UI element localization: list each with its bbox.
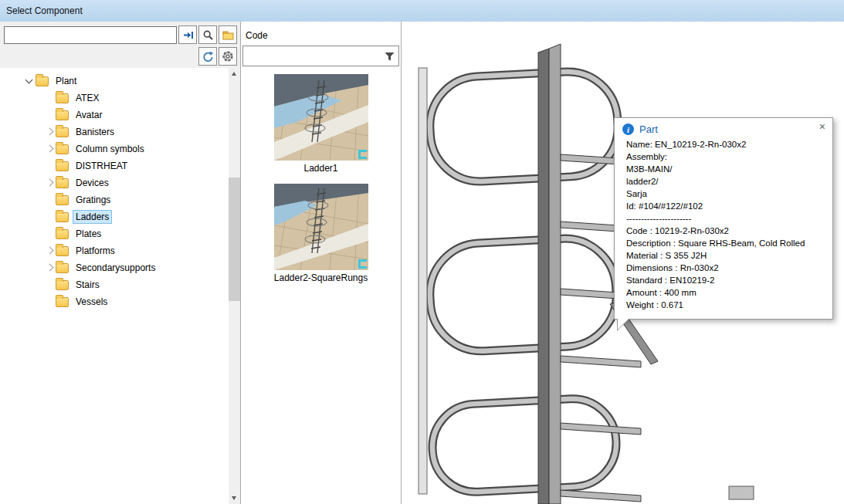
- tree-item-vessels[interactable]: Vessels: [0, 293, 229, 310]
- scrollbar-thumb[interactable]: [229, 178, 240, 301]
- tree-item-label: Plates: [73, 228, 103, 240]
- tree-scrollbar[interactable]: [229, 68, 240, 504]
- tooltip-line: M3B-MAIN/: [626, 163, 828, 175]
- titlebar[interactable]: Select Component: [0, 0, 844, 22]
- folder-icon: [56, 280, 69, 290]
- tree-item-label: Gratings: [73, 194, 113, 206]
- folder-icon: [56, 161, 69, 171]
- tree-item-label: Avatar: [73, 109, 104, 121]
- ladder1-thumbnail[interactable]: [274, 74, 368, 161]
- component-item-label: Ladder2-SquareRungs: [274, 272, 368, 283]
- component-item-ladder1[interactable]: Ladder1: [274, 74, 368, 174]
- component-thumbnail-list: Ladder1: [241, 74, 401, 283]
- tooltip-line: Id: #104/#122/#102: [626, 200, 828, 212]
- ladder2-render: [274, 184, 368, 270]
- folder-icon: [56, 229, 69, 239]
- chevron-spacer: [43, 296, 56, 308]
- tree-item-label: DISTRHEAT: [73, 160, 130, 172]
- folder-icon: [56, 178, 69, 188]
- component-item-label: Ladder1: [274, 163, 368, 174]
- folder-icon: [56, 195, 69, 205]
- tree-item-label: Ladders: [73, 211, 111, 223]
- tree-item-distrheat[interactable]: DISTRHEAT: [0, 157, 229, 174]
- go-button[interactable]: [178, 25, 197, 44]
- gear-icon: [222, 50, 234, 63]
- component-tree-panel: Plant ATEX Avatar Banisters: [0, 22, 241, 504]
- tree-item-ladders[interactable]: Ladders: [0, 208, 229, 225]
- tree-item-secondarysupports[interactable]: Secondarysupports: [0, 259, 229, 276]
- folder-icon: [56, 110, 69, 120]
- folder-icon: [56, 144, 69, 154]
- folder-icon: [56, 212, 69, 222]
- refresh-icon: [202, 51, 214, 63]
- tooltip-line: ladder2/: [626, 175, 828, 188]
- ladder1-render: [274, 74, 368, 161]
- tooltip-line: Standard : EN10219-2: [626, 274, 828, 286]
- search-icon: [202, 29, 214, 41]
- refresh-button[interactable]: [198, 47, 217, 66]
- code-header-label: Code: [241, 22, 401, 46]
- go-arrow-icon: [182, 29, 194, 41]
- tooltip-line: Weight : 0.671: [626, 299, 828, 311]
- component-symbol-icon: [358, 259, 367, 269]
- tree-item-plates[interactable]: Plates: [0, 225, 229, 242]
- open-folder-button[interactable]: [219, 25, 237, 44]
- component-symbol-icon: [358, 150, 367, 159]
- ladder2-thumbnail[interactable]: [274, 184, 368, 270]
- tree-item-plant[interactable]: Plant: [0, 73, 229, 90]
- chevron-spacer: [43, 194, 56, 206]
- tree-item-atex[interactable]: ATEX: [0, 90, 229, 107]
- chevron-right-icon[interactable]: [43, 245, 56, 257]
- chevron-right-icon[interactable]: [43, 262, 56, 274]
- chevron-down-icon[interactable]: [23, 75, 36, 87]
- tree-item-banisters[interactable]: Banisters: [0, 123, 229, 140]
- settings-button[interactable]: [219, 47, 237, 66]
- tree-item-devices[interactable]: Devices: [0, 174, 229, 191]
- tree-item-label: Banisters: [73, 126, 117, 138]
- tooltip-line: Description : Square RHS-Beam, Cold Roll…: [626, 237, 828, 249]
- tooltip-line: Name: EN_10219-2-Rn-030x2: [626, 138, 828, 151]
- tooltip-title: Part: [639, 123, 658, 135]
- tree-item-column-symbols[interactable]: Column symbols: [0, 140, 229, 157]
- chevron-right-icon[interactable]: [43, 126, 56, 138]
- tree-item-label: Devices: [73, 177, 111, 189]
- tooltip-body: Name: EN_10219-2-Rn-030x2 Assembly: M3B-…: [622, 138, 828, 311]
- filter-funnel-icon[interactable]: [382, 49, 396, 63]
- search-button[interactable]: [198, 25, 217, 44]
- chevron-spacer: [43, 228, 56, 240]
- component-item-ladder2[interactable]: Ladder2-SquareRungs: [274, 184, 368, 283]
- code-filter-field[interactable]: [242, 46, 399, 66]
- tree-item-label: Plant: [53, 75, 79, 87]
- tree-item-label: Vessels: [73, 296, 110, 308]
- folder-icon: [56, 127, 69, 137]
- tooltip-line: Assembly:: [626, 151, 828, 163]
- chevron-right-icon[interactable]: [43, 143, 56, 155]
- close-icon[interactable]: ×: [819, 121, 825, 132]
- tooltip-line: Code : 10219-2-Rn-030x2: [626, 225, 828, 237]
- part-tooltip: i Part × Name: EN_10219-2-Rn-030x2 Assem…: [614, 117, 833, 320]
- window-body: Plant ATEX Avatar Banisters: [0, 22, 844, 504]
- refresh-toolbar: [0, 46, 240, 70]
- chevron-spacer: [43, 160, 56, 172]
- tree-item-stairs[interactable]: Stairs: [0, 276, 229, 293]
- tree-item-platforms[interactable]: Platforms: [0, 242, 229, 259]
- search-toolbar: [0, 22, 240, 46]
- tooltip-line: Material : S 355 J2H: [626, 249, 828, 262]
- tooltip-pointer: [618, 319, 629, 330]
- chevron-spacer: [43, 109, 56, 121]
- select-component-window: Select Component: [0, 0, 844, 504]
- tree-item-label: Platforms: [73, 245, 117, 257]
- tree-item-gratings[interactable]: Gratings: [0, 191, 229, 208]
- tree-item-avatar[interactable]: Avatar: [0, 107, 229, 123]
- model-viewport[interactable]: i Part × Name: EN_10219-2-Rn-030x2 Assem…: [402, 22, 844, 504]
- search-input[interactable]: [4, 26, 177, 44]
- tree-item-label: ATEX: [73, 92, 101, 104]
- scroll-down-icon[interactable]: [229, 492, 240, 504]
- window-title: Select Component: [6, 5, 83, 16]
- chevron-spacer: [43, 279, 56, 291]
- chevron-right-icon[interactable]: [43, 177, 56, 189]
- component-list-panel: Code: [241, 22, 402, 504]
- tooltip-line: Amount : 400 mm: [626, 286, 828, 299]
- scroll-up-icon[interactable]: [229, 68, 240, 79]
- tooltip-line: Sarja: [626, 188, 828, 200]
